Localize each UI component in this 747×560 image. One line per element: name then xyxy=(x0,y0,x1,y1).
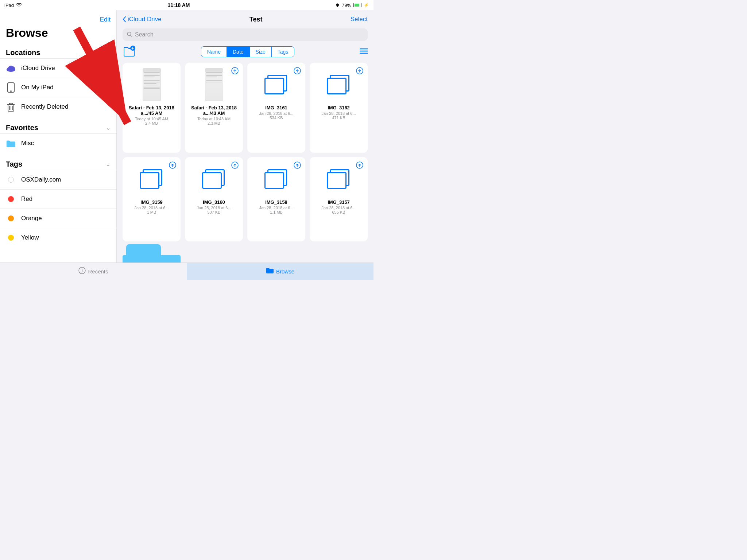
wifi-icon xyxy=(16,3,22,8)
img3160-date: Jan 28, 2018 at 6... xyxy=(197,206,231,210)
favorites-header: Favorites ⌄ xyxy=(0,121,116,133)
red-label: Red xyxy=(21,195,32,203)
file-item-img3160[interactable]: IMG_3160 Jan 28, 2018 at 6... 507 KB xyxy=(185,157,243,242)
sidebar-item-ipad[interactable]: On My iPad xyxy=(0,78,116,97)
battery-percent: 79% xyxy=(342,3,351,8)
img3162-size: 471 KB xyxy=(332,116,345,120)
misc-label: Misc xyxy=(21,140,34,147)
icloud-label: iCloud Drive xyxy=(21,65,55,72)
clock-icon xyxy=(78,267,86,276)
img3157-size: 655 KB xyxy=(332,210,345,214)
yellow-label: Yellow xyxy=(21,234,39,241)
yellow-tag-icon xyxy=(6,233,16,243)
status-right: ✱ 79% ⚡ xyxy=(336,3,369,8)
img-icon xyxy=(201,166,227,192)
search-icon xyxy=(127,32,132,38)
edit-button[interactable]: Edit xyxy=(0,16,116,26)
device-label: iPad xyxy=(4,3,14,8)
img3157-date: Jan 28, 2018 at 6... xyxy=(321,206,356,210)
new-folder-button[interactable] xyxy=(123,45,136,58)
sort-tab-date[interactable]: Date xyxy=(227,47,250,57)
list-view-button[interactable] xyxy=(360,48,368,56)
sidebar-item-yellow[interactable]: Yellow xyxy=(0,228,116,247)
sort-tab-size[interactable]: Size xyxy=(250,47,272,57)
file-item-img3161[interactable]: IMG_3161 Jan 28, 2018 at 6... 534 KB xyxy=(247,63,305,153)
file-item-img3158[interactable]: IMG_3158 Jan 28, 2018 at 6... 1.1 MB xyxy=(247,157,305,242)
safari1-date: Today at 10:45 AM xyxy=(135,117,168,121)
trash-icon xyxy=(6,102,16,112)
sidebar-item-misc[interactable]: Misc xyxy=(0,133,116,153)
img3159-date: Jan 28, 2018 at 6... xyxy=(134,206,169,210)
main-content: iCloud Drive Test Select Search xyxy=(117,10,374,262)
img3160-size: 507 KB xyxy=(207,210,220,214)
safari1-thumbnail xyxy=(126,66,177,103)
img3157-name: IMG_3157 xyxy=(328,199,350,205)
tab-recents[interactable]: Recents xyxy=(0,263,187,280)
status-time: 11:18 AM xyxy=(168,2,190,8)
svg-rect-10 xyxy=(9,103,12,105)
sidebar-item-red[interactable]: Red xyxy=(0,189,116,209)
red-tag-icon xyxy=(6,194,16,204)
charging-icon: ⚡ xyxy=(364,3,369,8)
safari2-date: Today at 10:43 AM xyxy=(197,117,231,121)
img-icon xyxy=(139,166,165,192)
img3161-size: 534 KB xyxy=(270,116,283,120)
select-button[interactable]: Select xyxy=(351,16,368,23)
file-item-img3159[interactable]: IMG_3159 Jan 28, 2018 at 6... 1 MB xyxy=(123,157,181,242)
svg-point-5 xyxy=(8,66,13,70)
upload-badge-img3157 xyxy=(356,162,363,170)
tags-chevron[interactable]: ⌄ xyxy=(106,161,111,168)
tags-label: Tags xyxy=(6,160,22,168)
upload-badge-img3158 xyxy=(294,162,301,170)
img-icon xyxy=(264,72,289,97)
browse-label: Browse xyxy=(276,268,294,275)
orange-tag-icon xyxy=(6,213,16,223)
sidebar-item-recently-deleted[interactable]: Recently Deleted xyxy=(0,97,116,116)
sidebar-item-osxdaily[interactable]: OSXDaily.com xyxy=(0,170,116,189)
file-item-safari1[interactable]: Safari - Feb 13, 2018 a.../45 AM Today a… xyxy=(123,63,181,153)
img3160-thumbnail xyxy=(189,161,239,197)
img3158-name: IMG_3158 xyxy=(265,199,287,205)
page-title: Test xyxy=(249,16,263,23)
bluetooth-icon: ✱ xyxy=(336,3,340,8)
svg-line-31 xyxy=(82,271,83,272)
img3162-thumbnail xyxy=(313,66,364,103)
img-icon xyxy=(326,166,352,192)
img3158-size: 1.1 MB xyxy=(270,210,283,214)
sidebar-item-orange[interactable]: Orange xyxy=(0,209,116,228)
safari1-size: 2.4 MB xyxy=(145,121,158,125)
app-container: Edit Browse Locations ⌄ iCloud Drive xyxy=(0,10,374,262)
img3162-date: Jan 28, 2018 at 6... xyxy=(321,111,356,116)
file-item-img3157[interactable]: IMG_3157 Jan 28, 2018 at 6... 655 KB xyxy=(310,157,368,242)
nav-bar: iCloud Drive Test Select xyxy=(117,10,374,28)
tab-browse[interactable]: Browse xyxy=(187,263,374,280)
ipad-label: On My iPad xyxy=(21,84,54,91)
img3161-date: Jan 28, 2018 at 6... xyxy=(259,111,293,116)
file-grid: Safari - Feb 13, 2018 a.../45 AM Today a… xyxy=(117,63,374,241)
sort-tab-tags[interactable]: Tags xyxy=(272,47,294,57)
orange-label: Orange xyxy=(21,215,42,222)
locations-chevron[interactable]: ⌄ xyxy=(106,49,111,56)
img-icon xyxy=(326,72,352,97)
sidebar-title: Browse xyxy=(0,26,116,46)
tab-bar: Recents Browse xyxy=(0,262,374,280)
safari1-name: Safari - Feb 13, 2018 a.../45 AM xyxy=(126,105,177,116)
img3161-name: IMG_3161 xyxy=(265,105,287,110)
search-bar[interactable]: Search xyxy=(123,28,368,41)
upload-badge-img3160 xyxy=(231,162,239,170)
img3159-name: IMG_3159 xyxy=(140,199,163,205)
file-item-safari2[interactable]: Safari - Feb 13, 2018 a.../43 AM Today a… xyxy=(185,63,243,153)
file-item-img3162[interactable]: IMG_3162 Jan 28, 2018 at 6... 471 KB xyxy=(310,63,368,153)
back-button[interactable]: iCloud Drive xyxy=(123,16,162,23)
tags-header: Tags ⌄ xyxy=(0,157,116,170)
locations-header: Locations ⌄ xyxy=(0,46,116,58)
svg-line-15 xyxy=(131,35,132,36)
sort-tab-name[interactable]: Name xyxy=(201,47,227,57)
sidebar: Edit Browse Locations ⌄ iCloud Drive xyxy=(0,10,117,262)
favorites-chevron[interactable]: ⌄ xyxy=(106,124,111,131)
safari2-thumbnail xyxy=(189,66,239,103)
img3159-size: 1 MB xyxy=(147,210,156,214)
sidebar-item-icloud[interactable]: iCloud Drive xyxy=(0,58,116,78)
search-placeholder: Search xyxy=(135,31,154,38)
img3157-thumbnail xyxy=(313,161,364,197)
